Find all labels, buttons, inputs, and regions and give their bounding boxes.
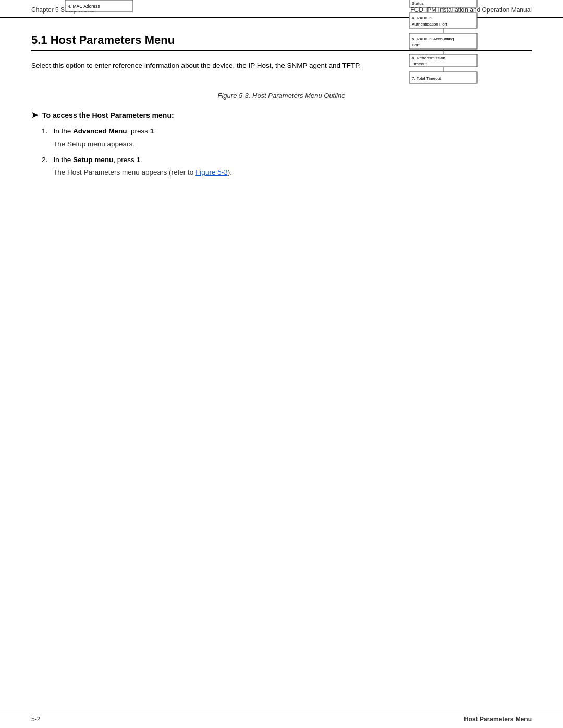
instructions: ➤ To access the Host Parameters menu: 1.…	[31, 110, 532, 178]
svg-text:7. Total Timeout: 7. Total Timeout	[412, 76, 442, 81]
instruction-header-text: To access the Host Parameters menu:	[42, 111, 174, 119]
svg-text:4. MAC Address: 4. MAC Address	[68, 4, 100, 9]
arrow-icon: ➤	[31, 110, 38, 120]
svg-text:6. Retransmission: 6. Retransmission	[412, 56, 445, 60]
instruction-header: ➤ To access the Host Parameters menu:	[31, 110, 532, 120]
svg-text:4. RADIUS: 4. RADIUS	[412, 16, 432, 20]
footer-left: 5-2	[31, 715, 40, 723]
page: Chapter 5 Setup Menu FCD-IPM Installatio…	[0, 0, 563, 728]
diagram-redraw: Advanced Menu 1 Setup 2 Device Control	[31, 0, 532, 87]
svg-text:Authentication Port: Authentication Port	[412, 22, 447, 27]
footer-right: Host Parameters Menu	[464, 715, 532, 723]
step2-text: In the Setup menu, press 1.	[54, 156, 142, 164]
svg-text:Status: Status	[412, 1, 424, 6]
instruction-list: 1. In the Advanced Menu, press 1. The Se…	[31, 126, 532, 178]
svg-text:Timeout: Timeout	[412, 61, 427, 66]
figure-link[interactable]: Figure 5-3	[195, 168, 228, 176]
step1-num: 1.	[42, 127, 52, 135]
svg-text:Port: Port	[412, 43, 420, 47]
main-diagram: Advanced Menu 1 Setup 2 Device Control	[47, 0, 516, 87]
step2-num: 2.	[42, 156, 52, 164]
figure-caption: Figure 5-3. Host Parameters Menu Outline	[31, 92, 532, 100]
content-area: 5.1 Host Parameters Menu Select this opt…	[0, 18, 563, 710]
step-2: 2. In the Setup menu, press 1. The Host …	[42, 155, 532, 178]
step1-text: In the Advanced Menu, press 1.	[54, 127, 156, 135]
svg-text:5. RADIUS Accounting: 5. RADIUS Accounting	[412, 36, 454, 41]
step1-subtext: The Setup menu appears.	[42, 139, 532, 150]
step2-subtext: The Host Parameters menu appears (refer …	[42, 167, 532, 178]
page-footer: 5-2 Host Parameters Menu	[0, 710, 563, 728]
step-1: 1. In the Advanced Menu, press 1. The Se…	[42, 126, 532, 150]
